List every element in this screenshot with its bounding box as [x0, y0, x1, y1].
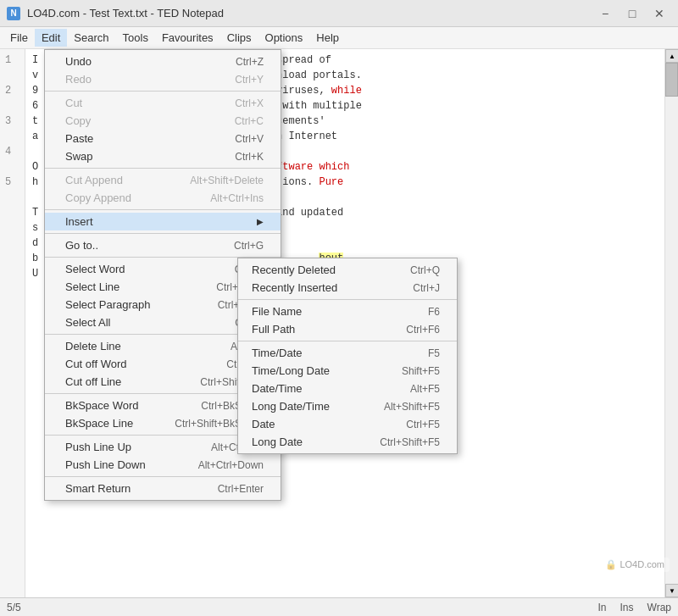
submenu-time-long-date[interactable]: Time/Long Date Shift+F5 [238, 362, 457, 380]
submenu-long-date[interactable]: Long Date Ctrl+Shift+F5 [238, 433, 457, 451]
menu-goto[interactable]: Go to.. Ctrl+G [45, 236, 281, 254]
menu-file[interactable]: File [3, 29, 35, 47]
insert-submenu: Recently Deleted Ctrl+Q Recently Inserte… [237, 258, 458, 454]
separator-1 [45, 91, 281, 92]
maximize-button[interactable]: □ [620, 4, 644, 23]
submenu-separator-1 [238, 299, 457, 300]
menu-redo[interactable]: Redo Ctrl+Y [45, 70, 281, 88]
submenu-file-name[interactable]: File Name F6 [238, 302, 457, 320]
menu-copy[interactable]: Copy Ctrl+C [45, 112, 281, 130]
submenu-long-date-time[interactable]: Long Date/Time Alt+Shift+F5 [238, 397, 457, 415]
status-wrap: Wrap [647, 602, 671, 613]
status-ins: Ins [620, 602, 634, 613]
minimize-button[interactable]: − [593, 4, 617, 23]
watermark-icon: 🔒 [605, 559, 617, 569]
menu-copy-append[interactable]: Copy Append Alt+Ctrl+Ins [45, 189, 281, 207]
scroll-down-button[interactable]: ▼ [665, 584, 678, 597]
submenu-date[interactable]: Date Ctrl+F5 [238, 415, 457, 433]
submenu-separator-2 [238, 341, 457, 341]
title-bar: N LO4D.com - Test Text.txt - TED Notepad… [0, 0, 678, 27]
menu-push-line-down[interactable]: Push Line Down Alt+Ctrl+Down [45, 456, 281, 474]
watermark-text: LO4D.com [620, 559, 664, 569]
window-title: LO4D.com - Test Text.txt - TED Notepad [27, 7, 593, 19]
menu-options[interactable]: Options [258, 29, 310, 47]
menu-cut[interactable]: Cut Ctrl+X [45, 94, 281, 112]
menu-search[interactable]: Search [67, 29, 115, 47]
menu-cut-append[interactable]: Cut Append Alt+Shift+Delete [45, 171, 281, 189]
menu-help[interactable]: Help [309, 29, 346, 47]
status-right-items: In Ins Wrap [598, 602, 671, 613]
submenu-date-time[interactable]: Date/Time Alt+F5 [238, 380, 457, 397]
menu-favourites[interactable]: Favourites [155, 29, 220, 47]
separator-3 [45, 209, 281, 210]
main-container: 1 2 3 4 5 I ause of the rampant spread o… [0, 49, 678, 597]
menu-undo[interactable]: Undo Ctrl+Z [45, 53, 281, 70]
submenu-full-path[interactable]: Full Path Ctrl+F6 [238, 320, 457, 338]
submenu-recently-inserted[interactable]: Recently Inserted Ctrl+J [238, 279, 457, 297]
app-icon: N [7, 7, 20, 20]
separator-2 [45, 168, 281, 169]
close-button[interactable]: ✕ [647, 4, 671, 23]
menu-insert[interactable]: Insert ▶ [45, 213, 281, 230]
menu-edit[interactable]: Edit [35, 29, 67, 47]
separator-4 [45, 233, 281, 234]
scroll-track[interactable] [665, 63, 678, 584]
menu-tools[interactable]: Tools [116, 29, 155, 47]
window-controls: − □ ✕ [593, 4, 671, 23]
scroll-thumb[interactable] [665, 63, 678, 97]
menu-paste[interactable]: Paste Ctrl+V [45, 130, 281, 147]
scrollbar[interactable]: ▲ ▼ [664, 49, 678, 597]
separator-9 [45, 476, 281, 477]
submenu-time-date[interactable]: Time/Date F5 [238, 344, 457, 362]
menu-swap[interactable]: Swap Ctrl+K [45, 147, 281, 165]
menu-clips[interactable]: Clips [220, 29, 258, 47]
menu-bar: File Edit Search Tools Favourites Clips … [0, 27, 678, 49]
watermark: 🔒 LO4D.com [600, 558, 670, 572]
menu-smart-return[interactable]: Smart Return Ctrl+Enter [45, 480, 281, 497]
submenu-recently-deleted[interactable]: Recently Deleted Ctrl+Q [238, 261, 457, 279]
scroll-up-button[interactable]: ▲ [665, 49, 678, 63]
line-numbers: 1 2 3 4 5 [0, 49, 25, 597]
status-in: In [598, 602, 607, 613]
status-position: 5/5 [7, 602, 21, 613]
status-bar: 5/5 In Ins Wrap [0, 597, 678, 616]
